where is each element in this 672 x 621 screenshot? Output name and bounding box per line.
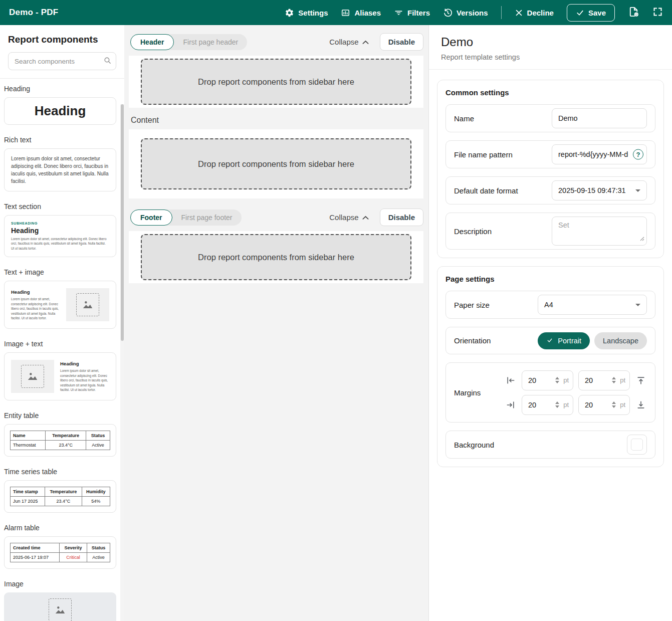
table-cell: 54% xyxy=(82,497,110,506)
template-subtitle: Report template settings xyxy=(441,53,660,61)
decline-button-label: Decline xyxy=(527,9,554,17)
background-color-button[interactable] xyxy=(627,435,647,455)
footer-collapse-button[interactable]: Collapse xyxy=(329,213,368,222)
caret-down-icon xyxy=(635,189,640,192)
table-cell: 2025-06-17 19:07 xyxy=(11,553,60,562)
table-cell-severity: Critical xyxy=(60,553,87,562)
landscape-button[interactable]: Landscape xyxy=(594,332,647,349)
component-alarm-table[interactable]: Created time Severity Status 2025-06-17 … xyxy=(4,536,116,569)
component-label-text-image: Text + image xyxy=(4,268,116,276)
header-disable-button[interactable]: Disable xyxy=(380,33,423,51)
topbar: Demo - PDF Settings Aliases Filters Vers… xyxy=(0,0,672,25)
date-format-select[interactable]: 2025-09-15 09:47:31 xyxy=(552,180,647,200)
margin-value-input[interactable] xyxy=(528,401,546,409)
stepper-icon[interactable] xyxy=(612,401,616,408)
content-section-body: Drop report components from sidebar here xyxy=(129,129,423,198)
paper-size-value: A4 xyxy=(544,301,553,309)
paper-size-select[interactable]: A4 xyxy=(538,295,647,315)
scrollbar-thumb[interactable] xyxy=(121,104,124,341)
component-text-section[interactable]: Subheading Heading Lorem ipsum dolor sit… xyxy=(4,215,116,257)
gear-icon xyxy=(285,8,294,18)
chip-first-page-footer[interactable]: First page footer xyxy=(172,210,242,226)
versions-button[interactable]: Versions xyxy=(443,8,488,18)
report-editor-app: Demo - PDF Settings Aliases Filters Vers… xyxy=(0,0,672,621)
search-icon xyxy=(103,56,112,67)
table-cell: Active xyxy=(87,553,110,562)
portrait-button[interactable]: Portrait xyxy=(538,332,590,349)
stepper-icon[interactable] xyxy=(555,377,559,383)
margin-input-1: pt xyxy=(522,370,573,390)
footer-disable-button[interactable]: Disable xyxy=(380,209,423,226)
document-preview-icon xyxy=(628,6,639,19)
image-placeholder-icon xyxy=(76,293,99,316)
background-label: Background xyxy=(454,441,494,449)
content-section-label: Content xyxy=(131,116,423,125)
collapse-label: Collapse xyxy=(329,38,358,46)
time-series-table-preview: Time stamp Temperature Humidity Jun 17 2… xyxy=(10,487,110,506)
table-cell: Thermostat xyxy=(11,441,46,450)
component-text-image[interactable]: Heading Lorem ipsum dolor sit amet, cons… xyxy=(4,281,116,329)
settings-panel: Demo Report template settings Common set… xyxy=(428,25,672,621)
aliases-button[interactable]: Aliases xyxy=(341,8,381,18)
fullscreen-button[interactable] xyxy=(652,7,663,19)
paper-size-label: Paper size xyxy=(454,301,490,309)
chip-first-page-header[interactable]: First page header xyxy=(174,34,247,50)
file-name-pattern-label: File name pattern xyxy=(454,150,513,159)
settings-header: Demo Report template settings xyxy=(429,25,672,69)
orientation-row: Orientation Portrait Landscape xyxy=(445,327,655,354)
component-label-image: Image xyxy=(4,580,116,588)
component-label-alarm-table: Alarm table xyxy=(4,524,116,532)
decline-button[interactable]: Decline xyxy=(515,9,554,17)
component-heading[interactable]: Heading xyxy=(4,97,116,125)
search-input[interactable] xyxy=(15,58,103,65)
component-time-series-table[interactable]: Time stamp Temperature Humidity Jun 17 2… xyxy=(4,480,116,513)
table-row: Jun 17 2025 23.4°C 54% xyxy=(11,497,110,506)
component-image[interactable] xyxy=(4,592,116,621)
stepper-icon[interactable] xyxy=(612,377,616,383)
component-rich-text[interactable]: Lorem ipsum dolor sit amet, consectetur … xyxy=(4,148,116,191)
header-dropzone[interactable]: Drop report components from sidebar here xyxy=(141,59,411,105)
aliases-icon xyxy=(341,8,350,18)
margin-value-input[interactable] xyxy=(528,376,546,384)
margin-value-input[interactable] xyxy=(585,376,603,384)
settings-button[interactable]: Settings xyxy=(285,8,328,18)
unit-label: pt xyxy=(620,376,625,384)
settings-button-label: Settings xyxy=(298,9,328,17)
filters-button[interactable]: Filters xyxy=(394,8,430,18)
footer-chip-group: Footer First page footer xyxy=(130,210,242,226)
sidebar-scrollbar[interactable] xyxy=(120,104,124,621)
chip-header[interactable]: Header xyxy=(130,34,174,50)
alarm-table-preview: Created time Severity Status 2025-06-17 … xyxy=(10,543,110,562)
margin-value-input[interactable] xyxy=(585,401,603,409)
footer-section-body: Drop report components from sidebar here xyxy=(129,231,423,283)
name-input[interactable] xyxy=(552,108,647,128)
save-button[interactable]: Save xyxy=(567,4,615,22)
paper-size-row: Paper size A4 xyxy=(445,291,655,319)
help-icon[interactable]: ? xyxy=(633,149,643,160)
date-format-row: Default date format 2025-09-15 09:47:31 xyxy=(445,176,655,204)
margin-input-2: pt xyxy=(578,370,630,390)
description-input[interactable] xyxy=(558,221,640,241)
header-collapse-button[interactable]: Collapse xyxy=(329,38,368,46)
search-container xyxy=(0,45,124,79)
preview-report-button[interactable] xyxy=(628,6,639,19)
margin-right-icon xyxy=(505,400,517,410)
resize-handle-icon[interactable] xyxy=(640,234,644,243)
preview-image-box xyxy=(11,360,54,393)
component-image-text[interactable]: Heading Lorem ipsum dolor sit amet, cons… xyxy=(4,352,116,400)
description-label: Description xyxy=(454,227,492,236)
table-header-cell: Time stamp xyxy=(11,487,45,497)
component-entity-table[interactable]: Name Temperature Status Thermostat 23.4°… xyxy=(4,424,116,457)
footer-section-bar: Footer First page footer Collapse Disabl… xyxy=(129,209,423,226)
chip-footer[interactable]: Footer xyxy=(130,210,172,226)
template-title: Demo xyxy=(441,35,660,49)
main-layout: Report components Heading Heading Rich t… xyxy=(0,25,672,621)
name-row: Name xyxy=(445,104,655,132)
stepper-icon[interactable] xyxy=(555,401,559,408)
margins-line-top: pt pt xyxy=(505,370,647,390)
footer-dropzone[interactable]: Drop report components from sidebar here xyxy=(141,234,411,280)
margins-line-bottom: pt pt xyxy=(505,395,647,415)
margin-input-3: pt xyxy=(522,395,573,415)
content-dropzone[interactable]: Drop report components from sidebar here xyxy=(141,138,411,189)
orientation-toggle: Portrait Landscape xyxy=(538,332,647,349)
